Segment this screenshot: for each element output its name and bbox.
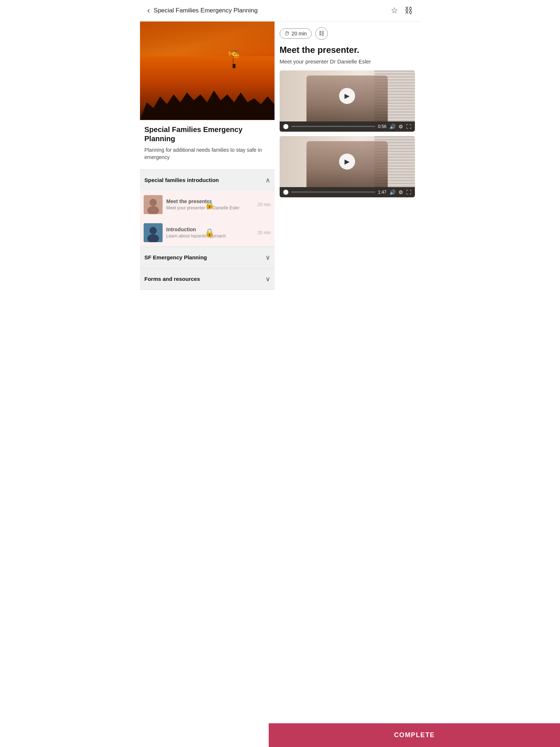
fullscreen-icon-1[interactable]: ⛶ bbox=[406, 124, 411, 129]
progress-dot-1 bbox=[283, 124, 288, 129]
accordion-section-title-2: SF Emergency Planning bbox=[144, 254, 207, 260]
clock-icon: ⏱ bbox=[284, 31, 289, 36]
intro-thumb-image bbox=[144, 223, 163, 242]
lesson-item-introduction[interactable]: Introduction Learn about hazards approac… bbox=[140, 219, 275, 247]
video-time-1: 0:56 bbox=[378, 124, 386, 129]
accordion-item-special-families-intro: Special families introduction ∧ bbox=[140, 170, 275, 247]
accordion-item-sf-emergency: SF Emergency Planning ∨ bbox=[140, 247, 275, 268]
header-icons: ☆ ⛓ bbox=[390, 5, 413, 16]
play-button-2[interactable]: ▶ bbox=[339, 154, 355, 170]
accordion-section-title-1: Special families introduction bbox=[144, 177, 219, 183]
video-controls-2: 1:47 🔊 ⚙ ⛶ bbox=[280, 187, 415, 197]
fullscreen-icon-2[interactable]: ⛶ bbox=[406, 189, 411, 195]
left-panel: 🚁 Special Families Emergency Planning Pl… bbox=[140, 22, 275, 290]
lesson-info-presenter: Meet the presenter Meet your presenter D… bbox=[166, 198, 253, 211]
chevron-up-icon: ∧ bbox=[265, 176, 270, 184]
video-ctrl-icons-2: 🔊 ⚙ ⛶ bbox=[389, 189, 411, 195]
section-subtitle: Meet your presenter Dr Danielle Esler bbox=[280, 58, 415, 65]
chevron-down-icon-3: ∨ bbox=[265, 275, 270, 283]
lesson-duration-presenter: 20 min bbox=[258, 202, 271, 207]
lock-icon-presenter: 🔒 bbox=[205, 200, 214, 209]
accordion-header-special-families-intro[interactable]: Special families introduction ∧ bbox=[140, 170, 275, 191]
progress-bar-2[interactable] bbox=[291, 191, 375, 193]
video-player-2[interactable]: ▶ 1:47 🔊 ⚙ ⛶ bbox=[280, 136, 415, 197]
hero-bucket bbox=[233, 64, 236, 68]
presenter-thumb-image bbox=[144, 195, 163, 214]
svg-point-1 bbox=[149, 199, 157, 206]
bookmark-button[interactable]: ☆ bbox=[390, 5, 399, 16]
accordion-item-forms-resources: Forms and resources ∨ bbox=[140, 268, 275, 290]
lesson-list-1: Meet the presenter Meet your presenter D… bbox=[140, 191, 275, 247]
settings-icon-2[interactable]: ⚙ bbox=[398, 189, 403, 195]
course-info: Special Families Emergency Planning Plan… bbox=[140, 120, 275, 165]
course-title: Special Families Emergency Planning bbox=[144, 125, 270, 143]
video-player-1[interactable]: ▶ 0:56 🔊 ⚙ ⛶ bbox=[280, 70, 415, 132]
video-controls-1: 0:56 🔊 ⚙ ⛶ bbox=[280, 121, 415, 132]
play-button-1[interactable]: ▶ bbox=[339, 88, 355, 104]
bottom-spacer bbox=[280, 202, 415, 227]
lesson-duration-intro: 20 min bbox=[258, 230, 271, 235]
accordion: Special families introduction ∧ bbox=[140, 169, 275, 290]
video-thumbnail-1: ▶ bbox=[280, 70, 415, 121]
meta-link-button[interactable]: ⛓ bbox=[315, 27, 328, 40]
section-title: Meet the presenter. bbox=[280, 45, 415, 55]
meta-row: ⏱ 20 min ⛓ bbox=[280, 27, 415, 40]
share-link-button[interactable]: ⛓ bbox=[404, 5, 413, 16]
video-thumbnail-2: ▶ bbox=[280, 136, 415, 187]
volume-icon-1[interactable]: 🔊 bbox=[389, 124, 396, 129]
volume-icon-2[interactable]: 🔊 bbox=[389, 189, 396, 195]
back-button[interactable]: ‹ bbox=[147, 5, 151, 16]
lesson-info-introduction: Introduction Learn about hazards approac… bbox=[166, 226, 253, 239]
progress-dot-2 bbox=[283, 190, 288, 195]
right-panel: ⏱ 20 min ⛓ Meet the presenter. Meet your… bbox=[275, 22, 420, 233]
header-title: Special Families Emergency Planning bbox=[153, 7, 257, 14]
chevron-down-icon-2: ∨ bbox=[265, 253, 270, 262]
helicopter-icon: 🚁 bbox=[228, 46, 241, 58]
svg-point-4 bbox=[149, 227, 157, 234]
duration-text: 20 min bbox=[292, 31, 307, 36]
accordion-header-forms-resources[interactable]: Forms and resources ∨ bbox=[140, 268, 275, 290]
lesson-thumb-presenter bbox=[144, 195, 163, 214]
accordion-header-sf-emergency[interactable]: SF Emergency Planning ∨ bbox=[140, 247, 275, 268]
video-ctrl-icons-1: 🔊 ⚙ ⛶ bbox=[389, 124, 411, 129]
lesson-thumb-intro bbox=[144, 223, 163, 242]
progress-bar-1[interactable] bbox=[291, 126, 375, 127]
header: ‹ Special Families Emergency Planning ☆ … bbox=[140, 0, 420, 22]
course-description: Planning for additional needs families t… bbox=[144, 146, 270, 161]
video-time-2: 1:47 bbox=[378, 190, 386, 195]
header-left: ‹ Special Families Emergency Planning bbox=[147, 5, 258, 16]
main-content: 🚁 Special Families Emergency Planning Pl… bbox=[140, 22, 420, 290]
lock-icon-intro: 🔒 bbox=[205, 228, 214, 237]
hero-image: 🚁 bbox=[140, 22, 275, 120]
lesson-item-meet-presenter[interactable]: Meet the presenter Meet your presenter D… bbox=[140, 191, 275, 219]
accordion-section-title-3: Forms and resources bbox=[144, 276, 200, 282]
duration-badge: ⏱ 20 min bbox=[280, 28, 312, 39]
settings-icon-1[interactable]: ⚙ bbox=[398, 124, 403, 129]
